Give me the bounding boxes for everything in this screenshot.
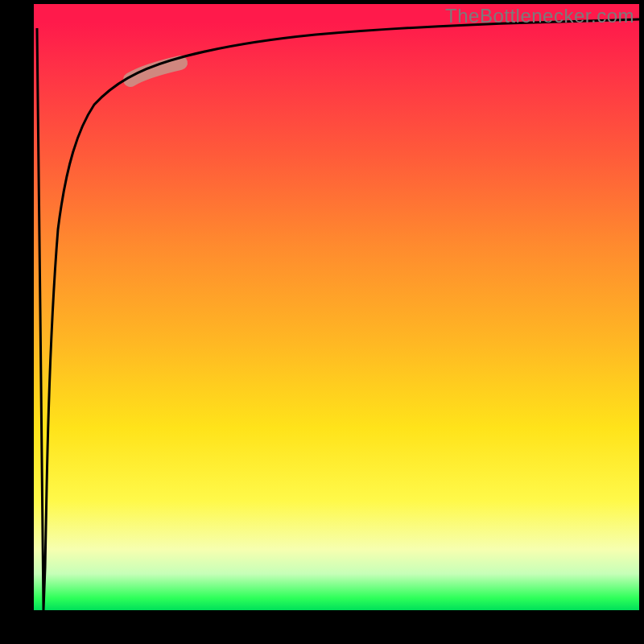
- plot-area: [34, 4, 639, 610]
- bottleneck-curve: [34, 4, 639, 610]
- axis-frame-bottom: [0, 610, 644, 644]
- watermark-text: TheBottlenecker.com: [445, 5, 634, 27]
- axis-frame-right: [639, 0, 644, 644]
- curve-path: [37, 19, 639, 610]
- axis-frame-left: [0, 0, 34, 644]
- chart-stage: TheBottlenecker.com: [0, 0, 644, 644]
